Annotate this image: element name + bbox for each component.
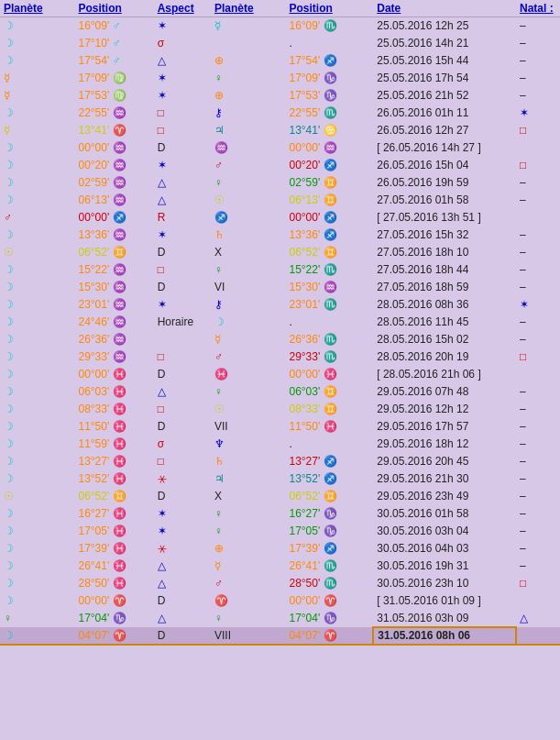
table-row: ☽00°00' ♈D♈00°00' ♈[ 31.05.2016 01h 09 ]	[0, 592, 560, 610]
table-row: ☽11°50' ♓DVII11°50' ♓29.05.2016 17h 57–	[0, 418, 560, 436]
position1-cell: 24°46' ♒	[74, 314, 153, 331]
planet1-cell: ☽	[0, 105, 74, 122]
aspect-cell: △	[154, 52, 211, 70]
position2-cell: 00°00' ♐	[285, 209, 373, 226]
planet2-cell: ☿	[211, 558, 285, 575]
natal-cell: –	[516, 523, 560, 540]
aspect-cell: △	[154, 174, 211, 192]
date-cell: 28.05.2016 15h 02	[373, 331, 516, 348]
header-planete2: Planète	[211, 0, 285, 17]
position1-cell: 06°52' ♊	[74, 488, 153, 505]
header-planete: Planète	[0, 0, 74, 17]
position1-cell: 00°20' ♒	[74, 157, 153, 174]
position2-cell: 00°20' ♐	[285, 157, 373, 174]
table-row: ☽28°50' ♓△♂28°50' ♏30.05.2016 23h 10□	[0, 575, 560, 592]
aspect-cell: ✶	[154, 157, 211, 174]
position2-cell: 00°00' ♓	[285, 366, 373, 383]
planet1-cell: ☽	[0, 436, 74, 453]
aspect-cell: σ	[154, 436, 211, 453]
planet2-cell: ♀	[211, 523, 285, 540]
table-row: ☽26°41' ♓△☿26°41' ♏30.05.2016 19h 31–	[0, 558, 560, 575]
planet2-cell: ⚷	[211, 105, 285, 122]
position2-cell: 16°27' ♑	[285, 505, 373, 523]
table-row: ☽04°07' ♈DVIII04°07' ♈31.05.2016 08h 06	[0, 627, 560, 645]
table-row: ☽15°30' ♒DVI15°30' ♒27.05.2016 18h 59–	[0, 279, 560, 296]
position2-cell: .	[285, 314, 373, 331]
position1-cell: 08°33' ♓	[74, 401, 153, 418]
position1-cell: 17°09' ♍	[74, 70, 153, 87]
position2-cell: 17°54' ♐	[285, 52, 373, 70]
natal-cell: □	[516, 348, 560, 366]
table-row: ☿13°41' ♈□♃13°41' ♋26.05.2016 12h 27□	[0, 122, 560, 139]
aspect-cell: ✶	[154, 87, 211, 105]
aspect-cell: D	[154, 279, 211, 296]
position1-cell: 13°41' ♈	[74, 122, 153, 139]
planet1-cell: ☿	[0, 87, 74, 105]
planet2-cell: ☽	[211, 314, 285, 331]
natal-cell: –	[516, 331, 560, 348]
aspect-cell: □	[154, 453, 211, 470]
natal-cell: △	[516, 610, 560, 627]
date-cell: 27.05.2016 18h 10	[373, 244, 516, 261]
aspect-cell: Horaire	[154, 314, 211, 331]
table-row: ☽17°05' ♓✶♀17°05' ♑30.05.2016 03h 04–	[0, 523, 560, 540]
position1-cell: 13°36' ♒	[74, 226, 153, 244]
planet2-cell: ⊕	[211, 540, 285, 558]
planet2-cell: ⊕	[211, 52, 285, 70]
natal-cell: –	[516, 244, 560, 261]
table-row: ☽17°54' ♂△⊕17°54' ♐25.05.2016 15h 44–	[0, 52, 560, 70]
table-row: ☽13°27' ♓□♄13°27' ♐29.05.2016 20h 45–	[0, 453, 560, 470]
date-cell: 26.05.2016 15h 04	[373, 157, 516, 174]
planet2-cell	[211, 35, 285, 52]
natal-cell: –	[516, 226, 560, 244]
planet1-cell: ☽	[0, 558, 74, 575]
planet1-cell: ☽	[0, 540, 74, 558]
header-natal: Natal :	[516, 0, 560, 17]
natal-cell: ✶	[516, 105, 560, 122]
aspect-cell: D	[154, 592, 211, 610]
aspect-cell: D	[154, 488, 211, 505]
planet1-cell: ☽	[0, 279, 74, 296]
position1-cell: 13°27' ♓	[74, 453, 153, 470]
date-cell: 30.05.2016 03h 04	[373, 523, 516, 540]
table-row: ☽15°22' ♒□♀15°22' ♏27.05.2016 18h 44–	[0, 261, 560, 279]
date-cell: 27.05.2016 18h 59	[373, 279, 516, 296]
natal-cell: ✶	[516, 296, 560, 314]
planet1-cell: ☽	[0, 401, 74, 418]
position1-cell: 29°33' ♒	[74, 348, 153, 366]
astro-table: Planète Position Aspect Planète Position…	[0, 0, 560, 646]
position1-cell: 06°52' ♊	[74, 244, 153, 261]
natal-cell: □	[516, 575, 560, 592]
position1-cell: 26°41' ♓	[74, 558, 153, 575]
position2-cell: 17°04' ♑	[285, 610, 373, 627]
natal-cell: □	[516, 122, 560, 139]
aspect-cell: D	[154, 139, 211, 157]
aspect-cell: ⚹	[154, 470, 211, 488]
natal-cell: –	[516, 52, 560, 70]
date-cell: 29.05.2016 07h 48	[373, 383, 516, 401]
position2-cell: 11°50' ♓	[285, 418, 373, 436]
planet2-cell: ♀	[211, 70, 285, 87]
date-cell: 28.05.2016 08h 36	[373, 296, 516, 314]
table-row: ☽22°55' ♒□⚷22°55' ♏26.05.2016 01h 11✶	[0, 105, 560, 122]
aspect-cell: ✶	[154, 17, 211, 35]
planet2-cell: ♄	[211, 453, 285, 470]
date-cell: 25.05.2016 17h 54	[373, 70, 516, 87]
position1-cell: 00°00' ♓	[74, 366, 153, 383]
position1-cell: 04°07' ♈	[74, 627, 153, 645]
aspect-cell: □	[154, 348, 211, 366]
planet1-cell: ☉	[0, 488, 74, 505]
position1-cell: 16°09' ♂	[74, 17, 153, 35]
date-cell: 30.05.2016 19h 31	[373, 558, 516, 575]
table-row: ☽16°09' ♂✶☿16°09' ♏25.05.2016 12h 25–	[0, 17, 560, 35]
table-row: ☽00°20' ♒✶♂00°20' ♐26.05.2016 15h 04□	[0, 157, 560, 174]
planet1-cell: ☿	[0, 70, 74, 87]
natal-cell: –	[516, 453, 560, 470]
aspect-cell: D	[154, 244, 211, 261]
position2-cell: 00°00' ♒	[285, 139, 373, 157]
planet1-cell: ☽	[0, 296, 74, 314]
aspect-cell: ✶	[154, 505, 211, 523]
natal-cell: –	[516, 540, 560, 558]
planet2-cell: VIII	[211, 627, 285, 645]
planet2-cell: ♄	[211, 226, 285, 244]
